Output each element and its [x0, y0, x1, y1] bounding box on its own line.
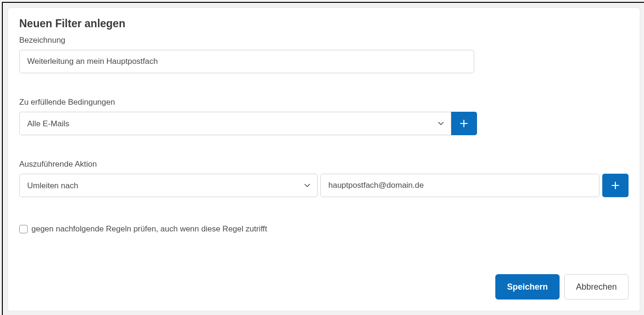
plus-icon — [611, 181, 620, 190]
cancel-button[interactable]: Abbrechen — [564, 274, 629, 300]
add-condition-button[interactable] — [451, 112, 477, 135]
action-select-wrap: Umleiten nach — [19, 174, 318, 197]
action-value-input[interactable] — [320, 174, 599, 197]
form-title: Neuen Filter anlegen — [19, 17, 629, 30]
actions-label: Auszuführende Aktion — [19, 160, 629, 169]
save-button[interactable]: Speichern — [495, 274, 560, 300]
condition-select[interactable]: Alle E-Mails — [19, 112, 451, 135]
filter-form-card: Neuen Filter anlegen Bezeichnung Zu erfü… — [8, 8, 640, 311]
add-action-button[interactable] — [602, 174, 629, 197]
continue-rules-checkbox[interactable] — [19, 225, 28, 233]
plus-icon — [459, 119, 469, 128]
name-label: Bezeichnung — [19, 36, 629, 45]
conditions-label: Zu erfüllende Bedingungen — [19, 98, 629, 107]
continue-rules-label[interactable]: gegen nachfolgende Regeln prüfen, auch w… — [31, 224, 267, 234]
name-input[interactable] — [19, 50, 474, 73]
action-select[interactable]: Umleiten nach — [19, 174, 318, 197]
condition-select-wrap: Alle E-Mails — [19, 112, 451, 135]
